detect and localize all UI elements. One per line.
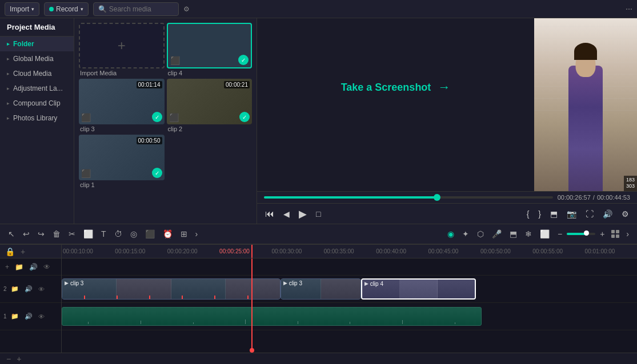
track-volume-icon[interactable]: 🔊 (27, 261, 39, 273)
mask-tool[interactable]: ⬜ (536, 227, 553, 241)
more-options-icon[interactable]: ⋯ (626, 5, 632, 13)
sidebar-item-global-media[interactable]: ▸ Global Media (0, 51, 74, 66)
circle-tool[interactable]: ◉ (444, 227, 458, 241)
play-button[interactable]: ▶ (298, 207, 308, 221)
timeline-ruler: 🔒 + 00:00:10:00 00:00:15:00 00:00:20:00 … (0, 245, 637, 258)
track1-audio-btn[interactable]: 🔊 (23, 284, 34, 294)
sidebar-item-adjustment[interactable]: ▸ Adjustment La... (0, 81, 74, 96)
sidebar-item-compound-clip[interactable]: ▸ Compound Clip (0, 96, 74, 111)
clip3b-play-icon: ▶ (283, 280, 287, 286)
expand-panel-button[interactable]: › (623, 227, 632, 241)
timeline-clip-3a[interactable]: ▶ clip 3 (62, 278, 281, 300)
audio-track-folder-btn[interactable]: 📁 (9, 311, 21, 322)
hex-tool[interactable]: ⬡ (474, 227, 487, 241)
layers-tool[interactable]: ⬒ (506, 227, 520, 241)
adjustment-chevron-icon: ▸ (7, 86, 10, 91)
search-input[interactable] (109, 5, 174, 13)
grid-tool[interactable]: ⊞ (177, 227, 191, 241)
empty-track-row (62, 258, 637, 276)
ruler-label-10: 00:00:10:00 (62, 248, 115, 254)
ruler-label-20: 00:00:20:00 (167, 248, 219, 254)
audio-button[interactable]: 🔊 (602, 208, 614, 220)
more-tools-button[interactable]: › (192, 227, 202, 241)
clip4-timeline-play-icon: ▶ (364, 281, 368, 286)
timeline-zoom-out-btn[interactable]: − (5, 353, 13, 365)
timeline-bottom-toolbar: − + (0, 353, 637, 364)
select-tool[interactable]: ↖ (5, 227, 18, 241)
delete-button[interactable]: 🗑 (49, 227, 64, 241)
audio-track-audio-btn[interactable]: 🔊 (23, 311, 34, 322)
ruler-label-60: 00:01:00:00 (585, 248, 637, 254)
preview-person-panel: 183303 (534, 18, 637, 191)
settings-button[interactable]: ⚙ (620, 208, 630, 220)
import-media-item[interactable]: + Import Media (79, 23, 165, 76)
track-lock-button[interactable]: 🔒 (3, 245, 17, 258)
grid-view-button[interactable] (609, 228, 622, 240)
track-add-icon[interactable]: + (3, 261, 11, 273)
timeline-clip-4[interactable]: ▶ clip 4 (361, 278, 476, 300)
media-clip-2[interactable]: 00:00:21 ⬛ ✓ clip 2 (167, 79, 253, 132)
undo-button[interactable]: ↩ (19, 227, 33, 241)
timer-tool[interactable]: ⏰ (159, 227, 176, 241)
text-tool[interactable]: T (98, 227, 110, 241)
sidebar-item-photos[interactable]: ▸ Photos Library (0, 111, 74, 126)
crop-tool[interactable]: ⬜ (80, 227, 97, 241)
timeline-zoom-in-btn[interactable]: + (15, 353, 23, 365)
cut-tool[interactable]: ✂ (65, 227, 79, 241)
import-label: Import Media (79, 70, 165, 76)
filter-icon[interactable]: ⚙ (183, 5, 190, 13)
track1-folder-btn[interactable]: 📁 (9, 284, 21, 294)
insert-button[interactable]: ⬒ (549, 208, 559, 220)
mic-tool[interactable]: 🎤 (488, 227, 505, 241)
sidebar-item-folder[interactable]: ▸ Folder (0, 37, 74, 51)
search-bar[interactable]: 🔍 (93, 2, 179, 16)
fullscreen-button[interactable]: ⛶ (584, 208, 595, 220)
clip1-film-icon: ⬛ (81, 169, 91, 178)
sparkle-tool[interactable]: ✦ (459, 227, 472, 241)
mark-out-button[interactable]: } (537, 208, 542, 220)
speed-tool[interactable]: ⏱ (111, 227, 126, 241)
clip2-duration: 00:00:21 (224, 81, 250, 88)
media-clip-4[interactable]: ⬛ ✓ clip 4 (167, 23, 253, 76)
audio-track-number: 1 (3, 313, 7, 319)
frame-back-button[interactable]: ◀ (282, 208, 291, 220)
color-tool[interactable]: ◎ (127, 227, 141, 241)
zoom-slider-track[interactable] (567, 233, 595, 235)
track-folder-icon[interactable]: 📁 (13, 261, 25, 273)
track-number-icon: 2 (3, 286, 7, 292)
stop-button[interactable]: □ (315, 208, 322, 220)
minus-zoom-button[interactable]: − (554, 227, 566, 241)
record-button[interactable]: Record ▾ (44, 2, 89, 16)
screenshot-text: Take a Screenshot (341, 82, 431, 94)
clip3-duration: 00:01:14 (137, 81, 162, 88)
record-dot-icon (49, 7, 54, 11)
sidebar-folder-label: Folder (13, 40, 34, 48)
screenshot-annotation: Take a Screenshot → (341, 80, 451, 95)
ruler-label-30: 00:00:30:00 (271, 248, 323, 254)
track1-eye-btn[interactable]: 👁 (37, 284, 46, 294)
mark-in-button[interactable]: { (526, 208, 531, 220)
track-eye-icon[interactable]: 👁 (42, 261, 52, 273)
tracks-area: + 📁 🔊 👁 2 📁 🔊 👁 1 📁 🔊 👁 (0, 258, 637, 353)
progress-bar[interactable] (264, 196, 553, 199)
import-label: Import (10, 5, 29, 13)
sidebar: Project Media ▸ Folder ▸ Global Media ▸ … (0, 18, 74, 224)
media-clip-3[interactable]: 00:01:14 ⬛ ✓ clip 3 (79, 79, 165, 132)
audio-track-eye-btn[interactable]: 👁 (37, 312, 46, 322)
plus-zoom-button[interactable]: + (596, 227, 608, 241)
shape-tool[interactable]: ⬛ (142, 227, 158, 241)
skip-back-button[interactable]: ⏮ (264, 208, 275, 220)
svg-rect-1 (616, 230, 619, 233)
media-clip-1[interactable]: 00:00:50 ⬛ ✓ clip 1 (79, 135, 165, 188)
preview-right-panel: Take a Screenshot → (257, 18, 637, 224)
import-button[interactable]: Import ▾ (5, 2, 39, 16)
sidebar-item-cloud-media[interactable]: ▸ Cloud Media (0, 66, 74, 81)
ruler-playhead (251, 245, 253, 258)
timeline-clip-3b[interactable]: ▶ clip 3 (281, 278, 361, 300)
track-add-button[interactable]: + (19, 245, 27, 258)
freeze-tool[interactable]: ❄ (522, 227, 535, 241)
redo-button[interactable]: ↪ (34, 227, 48, 241)
clip4-label: clip 4 (167, 70, 253, 76)
snapshot-button[interactable]: 📷 (566, 208, 578, 220)
audio-clip[interactable] (62, 307, 482, 326)
